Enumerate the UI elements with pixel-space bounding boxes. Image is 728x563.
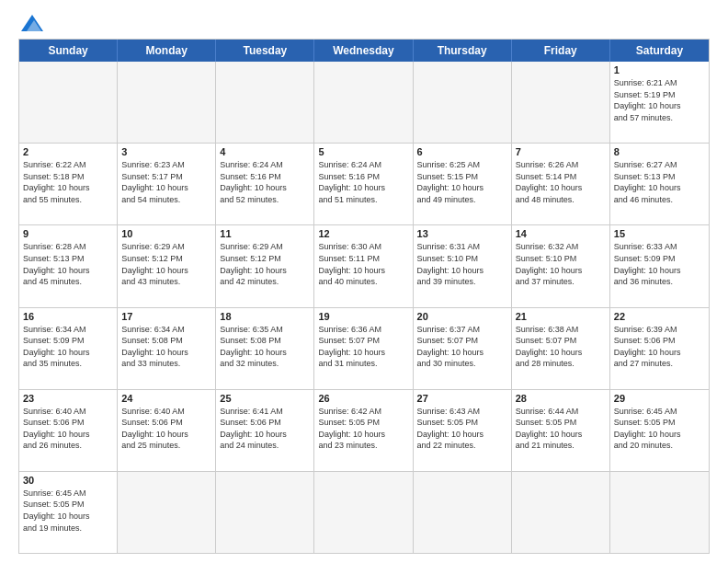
day-info: Sunrise: 6:40 AM Sunset: 5:06 PM Dayligh… [23,406,113,452]
day-info: Sunrise: 6:24 AM Sunset: 5:16 PM Dayligh… [318,159,408,205]
day-number: 27 [417,393,507,404]
calendar-cell [512,472,610,553]
day-number: 19 [318,311,408,322]
day-info: Sunrise: 6:40 AM Sunset: 5:06 PM Dayligh… [121,406,211,452]
calendar-row-1: 2Sunrise: 6:22 AM Sunset: 5:18 PM Daylig… [19,144,709,225]
day-number: 6 [417,146,507,157]
day-info: Sunrise: 6:24 AM Sunset: 5:16 PM Dayligh… [220,159,310,205]
day-number: 26 [318,393,408,404]
day-info: Sunrise: 6:31 AM Sunset: 5:10 PM Dayligh… [417,241,507,287]
day-info: Sunrise: 6:38 AM Sunset: 5:07 PM Dayligh… [516,324,606,370]
calendar-cell: 25Sunrise: 6:41 AM Sunset: 5:06 PM Dayli… [216,390,314,471]
day-info: Sunrise: 6:28 AM Sunset: 5:13 PM Dayligh… [23,241,113,287]
calendar-cell: 10Sunrise: 6:29 AM Sunset: 5:12 PM Dayli… [118,225,216,306]
calendar-row-0: 1Sunrise: 6:21 AM Sunset: 5:19 PM Daylig… [19,62,709,144]
calendar-cell [118,472,216,553]
calendar-cell: 14Sunrise: 6:32 AM Sunset: 5:10 PM Dayli… [512,225,610,306]
day-number: 29 [614,393,705,404]
day-info: Sunrise: 6:21 AM Sunset: 5:19 PM Dayligh… [614,77,705,123]
day-number: 16 [23,311,113,322]
day-info: Sunrise: 6:41 AM Sunset: 5:06 PM Dayligh… [220,406,310,452]
calendar-cell: 26Sunrise: 6:42 AM Sunset: 5:05 PM Dayli… [314,390,413,471]
header-day-sunday: Sunday [19,40,118,62]
day-number: 13 [417,228,507,239]
day-info: Sunrise: 6:45 AM Sunset: 5:05 PM Dayligh… [23,488,113,534]
calendar-cell: 18Sunrise: 6:35 AM Sunset: 5:08 PM Dayli… [216,308,314,389]
calendar-cell [216,472,314,553]
header-day-friday: Friday [512,40,610,62]
calendar-cell [118,62,216,143]
day-number: 2 [23,146,113,157]
logo [18,15,43,31]
day-number: 12 [318,228,408,239]
calendar-cell: 23Sunrise: 6:40 AM Sunset: 5:06 PM Dayli… [19,390,118,471]
calendar-cell: 22Sunrise: 6:39 AM Sunset: 5:06 PM Dayli… [610,308,709,389]
calendar-cell: 9Sunrise: 6:28 AM Sunset: 5:13 PM Daylig… [19,225,118,306]
calendar-cell [216,62,314,143]
calendar-cell: 12Sunrise: 6:30 AM Sunset: 5:11 PM Dayli… [314,225,413,306]
calendar-cell [19,62,118,143]
calendar-row-5: 30Sunrise: 6:45 AM Sunset: 5:05 PM Dayli… [19,472,709,553]
day-number: 22 [614,311,705,322]
calendar-cell [314,62,413,143]
header-day-tuesday: Tuesday [216,40,314,62]
day-number: 10 [121,228,211,239]
calendar-cell: 4Sunrise: 6:24 AM Sunset: 5:16 PM Daylig… [216,144,314,224]
day-number: 1 [614,64,705,75]
calendar-row-3: 16Sunrise: 6:34 AM Sunset: 5:09 PM Dayli… [19,308,709,390]
day-number: 15 [614,228,705,239]
header-day-saturday: Saturday [610,40,709,62]
calendar-cell: 5Sunrise: 6:24 AM Sunset: 5:16 PM Daylig… [314,144,413,224]
day-info: Sunrise: 6:42 AM Sunset: 5:05 PM Dayligh… [318,406,408,452]
calendar-cell: 28Sunrise: 6:44 AM Sunset: 5:05 PM Dayli… [512,390,610,471]
day-info: Sunrise: 6:35 AM Sunset: 5:08 PM Dayligh… [220,324,310,370]
calendar-cell: 7Sunrise: 6:26 AM Sunset: 5:14 PM Daylig… [512,144,610,224]
day-number: 23 [23,393,113,404]
calendar-cell: 30Sunrise: 6:45 AM Sunset: 5:05 PM Dayli… [19,472,118,553]
header [18,15,710,31]
day-number: 9 [23,228,113,239]
calendar-cell [610,472,709,553]
day-info: Sunrise: 6:33 AM Sunset: 5:09 PM Dayligh… [614,241,705,287]
day-number: 4 [220,146,310,157]
calendar: SundayMondayTuesdayWednesdayThursdayFrid… [18,39,710,554]
day-info: Sunrise: 6:27 AM Sunset: 5:13 PM Dayligh… [614,159,705,205]
calendar-cell: 19Sunrise: 6:36 AM Sunset: 5:07 PM Dayli… [314,308,413,389]
day-number: 20 [417,311,507,322]
calendar-cell: 1Sunrise: 6:21 AM Sunset: 5:19 PM Daylig… [610,62,709,143]
calendar-body: 1Sunrise: 6:21 AM Sunset: 5:19 PM Daylig… [19,62,709,553]
day-number: 11 [220,228,310,239]
logo-text [18,15,43,31]
calendar-row-4: 23Sunrise: 6:40 AM Sunset: 5:06 PM Dayli… [19,390,709,472]
day-number: 5 [318,146,408,157]
day-number: 3 [121,146,211,157]
calendar-cell: 17Sunrise: 6:34 AM Sunset: 5:08 PM Dayli… [118,308,216,389]
day-number: 8 [614,146,705,157]
calendar-cell [512,62,610,143]
calendar-row-2: 9Sunrise: 6:28 AM Sunset: 5:13 PM Daylig… [19,225,709,307]
calendar-cell: 27Sunrise: 6:43 AM Sunset: 5:05 PM Dayli… [414,390,512,471]
calendar-cell: 8Sunrise: 6:27 AM Sunset: 5:13 PM Daylig… [610,144,709,224]
day-info: Sunrise: 6:26 AM Sunset: 5:14 PM Dayligh… [516,159,606,205]
day-info: Sunrise: 6:23 AM Sunset: 5:17 PM Dayligh… [121,159,211,205]
day-info: Sunrise: 6:36 AM Sunset: 5:07 PM Dayligh… [318,324,408,370]
day-info: Sunrise: 6:29 AM Sunset: 5:12 PM Dayligh… [220,241,310,287]
day-info: Sunrise: 6:25 AM Sunset: 5:15 PM Dayligh… [417,159,507,205]
day-info: Sunrise: 6:39 AM Sunset: 5:06 PM Dayligh… [614,324,705,370]
calendar-cell: 21Sunrise: 6:38 AM Sunset: 5:07 PM Dayli… [512,308,610,389]
day-number: 21 [516,311,606,322]
day-info: Sunrise: 6:34 AM Sunset: 5:08 PM Dayligh… [121,324,211,370]
calendar-cell: 13Sunrise: 6:31 AM Sunset: 5:10 PM Dayli… [414,225,512,306]
calendar-header: SundayMondayTuesdayWednesdayThursdayFrid… [19,40,709,62]
calendar-cell: 24Sunrise: 6:40 AM Sunset: 5:06 PM Dayli… [118,390,216,471]
calendar-cell: 15Sunrise: 6:33 AM Sunset: 5:09 PM Dayli… [610,225,709,306]
page: SundayMondayTuesdayWednesdayThursdayFrid… [0,0,728,563]
calendar-cell: 6Sunrise: 6:25 AM Sunset: 5:15 PM Daylig… [414,144,512,224]
day-info: Sunrise: 6:29 AM Sunset: 5:12 PM Dayligh… [121,241,211,287]
day-info: Sunrise: 6:32 AM Sunset: 5:10 PM Dayligh… [516,241,606,287]
calendar-cell [414,62,512,143]
day-number: 28 [516,393,606,404]
calendar-cell: 16Sunrise: 6:34 AM Sunset: 5:09 PM Dayli… [19,308,118,389]
calendar-cell [414,472,512,553]
day-number: 18 [220,311,310,322]
